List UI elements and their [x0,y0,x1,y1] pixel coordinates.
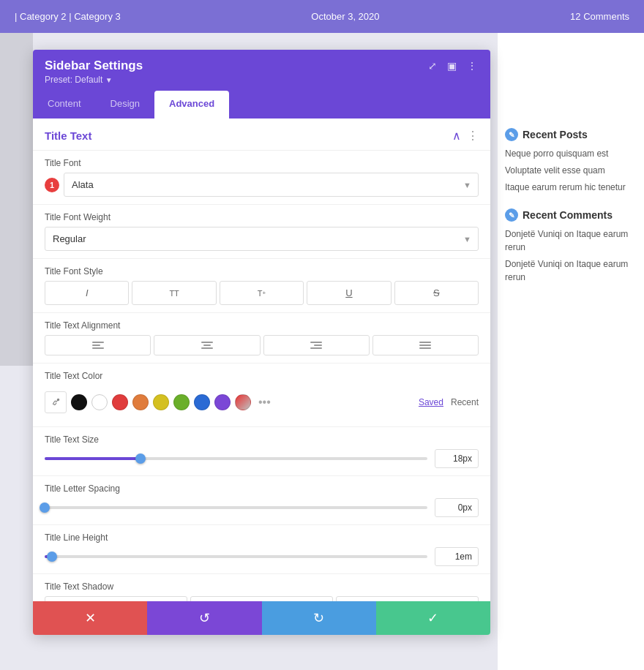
title-line-height-slider-thumb[interactable] [47,552,57,562]
recent-posts-section: ✎ Recent Posts Neque porro quisquam est … [505,128,637,194]
title-letter-spacing-slider-track [45,506,427,509]
modal-header-actions: ⤢ ▣ ⋮ [427,59,479,73]
cancel-button[interactable]: ✕ [33,601,147,635]
title-text-section-header: Title Text ∧ ⋮ [33,118,490,151]
title-font-label: Title Font [45,158,479,168]
color-blue[interactable] [194,394,210,410]
modal-tabs: Content Design Advanced [33,91,490,118]
title-text-size-slider-row: 18px [45,449,479,468]
title-font-weight-label: Title Font Weight [45,212,479,222]
reset-button[interactable]: ↺ [147,601,261,635]
modal-footer: ✕ ↺ ↻ ✓ [33,601,490,635]
color-tab-recent[interactable]: Recent [451,397,479,407]
align-justify-button[interactable] [372,335,479,355]
title-line-height-input[interactable]: 1em [435,547,479,566]
font-badge: 1 [45,178,59,192]
color-picker-eyedropper[interactable] [45,391,67,413]
color-tabs: Saved Recent [419,397,479,407]
color-tab-saved[interactable]: Saved [419,397,443,407]
title-text-size-row: Title Text Size 18px [33,426,490,475]
modal-preset: Preset: Default ▼ [45,75,143,85]
color-yellow[interactable] [153,394,169,410]
align-left-button[interactable] [45,335,151,355]
align-center-button[interactable] [154,335,260,355]
style-uppercase-button[interactable]: TT [132,281,216,305]
tab-advanced[interactable]: Advanced [154,91,229,118]
title-text-section-title: Title Text [45,129,91,142]
comment-item-2: Donjetë Vuniqi on Itaque earum rerun [505,257,637,284]
title-text-alignment-label: Title Text Alignment [45,320,479,331]
title-line-height-slider-track [45,555,427,558]
preset-chevron: ▼ [105,76,113,84]
recent-posts-title: ✎ Recent Posts [505,128,637,141]
title-text-size-slider-thumb[interactable] [135,453,146,464]
shadow-style-1-button[interactable]: aA [190,596,333,601]
title-letter-spacing-slider-row: 0px [45,498,479,517]
sidebar-settings-modal: Sidebar Settings Preset: Default ▼ ⤢ ▣ ⋮… [33,50,490,635]
title-text-size-slider-fill [45,457,141,460]
style-italic-button[interactable]: I [45,281,129,305]
title-text-size-slider-track [45,457,427,460]
title-text-size-input[interactable]: 18px [435,449,479,468]
section-more-button[interactable]: ⋮ [467,129,479,143]
title-font-field-row: 1 Alata ▼ [45,173,479,197]
title-text-color-row: Title Text Color ••• [33,363,490,426]
align-right-button[interactable] [263,335,370,355]
style-capitalize-button[interactable]: T+ [220,281,304,305]
layout-button[interactable]: ▣ [446,59,458,73]
color-red[interactable] [112,394,128,410]
shadow-none-button[interactable] [45,596,187,601]
color-picker-row: ••• Saved Recent [45,385,479,419]
comments: 12 Comments [570,11,629,22]
section-collapse-button[interactable]: ∧ [452,129,461,143]
shadow-style-2-button[interactable]: aA [336,596,479,601]
title-line-height-row: Title Line Height 1em [33,524,490,573]
redo-button[interactable]: ↻ [262,601,376,635]
color-gradient[interactable] [235,394,251,410]
title-font-select[interactable]: Alata [64,173,479,197]
title-letter-spacing-label: Title Letter Spacing [45,483,479,494]
align-justify-icon [419,342,431,349]
modal-body: Title Text ∧ ⋮ Title Font 1 Alata ▼ Titl… [33,118,490,601]
color-black[interactable] [71,394,87,410]
fullscreen-button[interactable]: ⤢ [427,59,438,73]
top-bar: | Category 2 | Category 3 October 3, 202… [0,0,644,33]
title-letter-spacing-slider-container [45,506,427,509]
style-underline-button[interactable]: U [307,281,391,305]
align-left-icon [92,342,104,349]
tab-content[interactable]: Content [33,91,96,118]
title-text-shadow-row: Title Text Shadow aA aA [33,573,490,601]
color-purple[interactable] [214,394,231,410]
title-letter-spacing-slider-thumb[interactable] [40,502,50,513]
title-text-alignment-row: Title Text Alignment [33,312,490,363]
breadcrumb: | Category 2 | Category 3 [15,11,121,22]
title-font-style-label: Title Font Style [45,266,479,276]
edit-icon: ✎ [505,128,518,141]
modal-title: Sidebar Settings [45,59,143,73]
title-line-height-slider-row: 1em [45,547,479,566]
title-font-weight-select[interactable]: Regular [45,227,479,251]
style-strikethrough-button[interactable]: S [394,281,479,305]
post-item-1: Neque porro quisquam est [505,147,637,160]
recent-comments-title: ✎ Recent Comments [505,208,637,222]
color-orange[interactable] [132,394,149,410]
save-button[interactable]: ✓ [376,601,490,635]
section-header-actions: ∧ ⋮ [452,129,479,143]
color-green[interactable] [173,394,190,410]
more-colors-button[interactable]: ••• [255,396,274,409]
title-text-alignment-buttons [45,335,479,355]
align-center-icon [201,342,213,349]
left-panel [0,0,33,366]
modal-header: Sidebar Settings Preset: Default ▼ ⤢ ▣ ⋮ [33,50,490,91]
title-letter-spacing-input[interactable]: 0px [435,498,479,517]
title-font-style-row: Title Font Style I TT T+ U S [33,258,490,312]
title-font-weight-row: Title Font Weight Regular ▼ [33,204,490,258]
title-font-select-wrapper: Alata ▼ [64,173,479,197]
color-white[interactable] [91,394,108,410]
title-letter-spacing-row: Title Letter Spacing 0px [33,475,490,524]
title-text-size-label: Title Text Size [45,434,479,445]
more-options-button[interactable]: ⋮ [465,59,479,73]
modal-header-info: Sidebar Settings Preset: Default ▼ [45,59,143,85]
title-line-height-slider-container [45,555,427,558]
tab-design[interactable]: Design [96,91,154,118]
